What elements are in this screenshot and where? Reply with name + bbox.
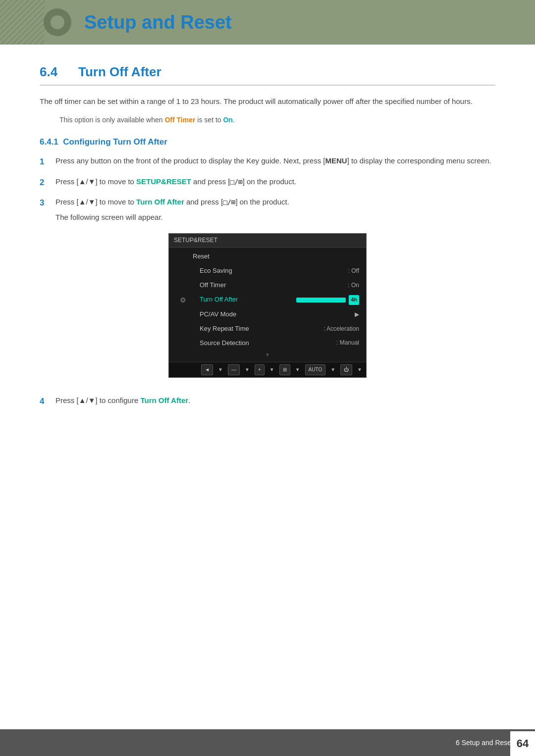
menu-row-reset: Reset [169, 250, 366, 264]
menu-rows: Reset Eco Saving : Off Off Timer [169, 248, 366, 362]
step-3-sub-note: The following screen will appear. [55, 211, 163, 223]
menu-btn-auto-arrow: ▼ [330, 365, 335, 375]
setup-reset-term: SETUP&RESET [136, 177, 191, 186]
note-box: This option is only available when Off T… [59, 114, 495, 125]
header-circle-inner [51, 15, 64, 29]
subsection-title: Configuring Turn Off After [63, 137, 167, 147]
bracket-icon-2: □/⊞ [230, 178, 242, 186]
menu-btn-plus[interactable]: + [255, 364, 265, 375]
section-body-text: The off timer can be set within a range … [40, 96, 495, 107]
note-prefix: This option is only available when [59, 116, 164, 124]
page-header: Setup and Reset [0, 0, 535, 45]
step-2-num: 2 [40, 176, 55, 189]
menu-btn-power[interactable]: ⏻ [340, 364, 352, 375]
menu-bottom-bar: ◄ ▼ — ▼ + ▼ ⊞ ▼ AUTO ▼ ⏻ ▼ [169, 362, 366, 377]
turn-off-after-term-3: Turn Off After [136, 198, 184, 206]
menu-row-gear-icon: ⚙ [176, 295, 190, 305]
menu-row-value-pcavmode: ▶ [355, 310, 359, 319]
menu-row-value-keyrepeat: : Acceleration [323, 324, 359, 334]
subsection-heading: 6.4.1 Configuring Turn Off After [40, 137, 495, 147]
section-heading: 6.4 Turn Off After [40, 64, 495, 86]
slider-container: : 4h [293, 295, 359, 305]
step-2-content: Press [▲/▼] to move to SETUP&RESET and p… [55, 176, 495, 188]
menu-row-sourcedetection: Source Detection : Manual [169, 336, 366, 351]
step-3: 3 Press [▲/▼] to move to Turn Off After … [40, 196, 495, 388]
menu-row-label-keyrepeat: Key Repeat Time [190, 324, 323, 334]
menu-btn-left-arrow: ▼ [218, 365, 223, 375]
section-number: 6.4 [40, 64, 69, 80]
on-term: On [223, 116, 232, 124]
menu-row-offtimer: Off Timer : On [169, 278, 366, 293]
header-circle [44, 8, 71, 36]
step-3-content: Press [▲/▼] to move to Turn Off After an… [55, 196, 289, 208]
menu-screenshot-wrapper: SETUP&RESET Reset Eco Saving : Off [168, 233, 367, 378]
menu-btn-minus-arrow: ▼ [245, 365, 250, 375]
menu-row-label-sourcedetection: Source Detection [190, 338, 336, 349]
menu-btn-select-arrow: ▼ [295, 365, 300, 375]
header-hatch-decoration [0, 0, 45, 45]
footer-page-number: 64 [510, 731, 535, 756]
menu-row-pcavmode: PC/AV Mode ▶ [169, 307, 366, 322]
menu-row-label-turnoffafter: Turn Off After [190, 295, 293, 305]
step-4: 4 Press [▲/▼] to configure Turn Off Afte… [40, 395, 495, 408]
menu-row-value-offtimer: : On [348, 281, 359, 290]
menu-key: MENU [325, 156, 347, 165]
menu-btn-select[interactable]: ⊞ [279, 364, 290, 375]
step-2: 2 Press [▲/▼] to move to SETUP&RESET and… [40, 176, 495, 189]
note-suffix: . [233, 116, 235, 124]
slider-label: 4h [349, 295, 359, 305]
menu-btn-left[interactable]: ◄ [201, 364, 213, 375]
menu-row-label-offtimer: Off Timer [190, 280, 348, 291]
menu-row-value-ecosaving: : Off [348, 266, 359, 276]
menu-row-keyrepeat: Key Repeat Time : Acceleration [169, 322, 366, 336]
menu-btn-plus-arrow: ▼ [269, 365, 274, 375]
slider-track [296, 298, 346, 302]
page-footer: 6 Setup and Reset 64 [0, 729, 535, 756]
page-title: Setup and Reset [84, 12, 232, 33]
subsection-number: 6.4.1 [40, 137, 58, 147]
turn-off-after-term-4: Turn Off After [140, 396, 188, 404]
menu-down-arrow: ▼ [169, 350, 366, 360]
menu-btn-minus[interactable]: — [228, 364, 240, 375]
main-content: 6.4 Turn Off After The off timer can be … [0, 45, 535, 465]
step-1-num: 1 [40, 155, 55, 168]
section-title: Turn Off After [78, 64, 161, 80]
menu-row-value-sourcedetection: : Manual [336, 338, 359, 348]
menu-screenshot: SETUP&RESET Reset Eco Saving : Off [168, 233, 367, 378]
footer-section-ref: 6 Setup and Reset [456, 739, 513, 747]
menu-btn-power-arrow: ▼ [357, 365, 362, 375]
step-3-num: 3 [40, 196, 55, 209]
menu-btn-auto[interactable]: AUTO [305, 364, 326, 375]
menu-row-label-ecosaving: Eco Saving [190, 266, 348, 276]
svg-rect-1 [0, 0, 45, 45]
step-4-content: Press [▲/▼] to configure Turn Off After. [55, 395, 495, 406]
menu-title-bar: SETUP&RESET [169, 234, 366, 248]
menu-row-turnoffafter: ⚙ Turn Off After : 4h [169, 293, 366, 307]
steps-list: 1 Press any button on the front of the p… [40, 155, 495, 408]
step-4-num: 4 [40, 395, 55, 408]
off-timer-term: Off Timer [164, 116, 195, 124]
bracket-icon-3: □/⊞ [223, 198, 235, 206]
menu-row-label-pcavmode: PC/AV Mode [190, 309, 355, 320]
step-1: 1 Press any button on the front of the p… [40, 155, 495, 168]
menu-row-ecosaving: Eco Saving : Off [169, 264, 366, 278]
menu-row-value-turnoffafter: : 4h [293, 295, 359, 305]
menu-row-label-reset: Reset [190, 252, 359, 262]
step-1-content: Press any button on the front of the pro… [55, 155, 495, 167]
note-middle: is set to [195, 116, 223, 124]
